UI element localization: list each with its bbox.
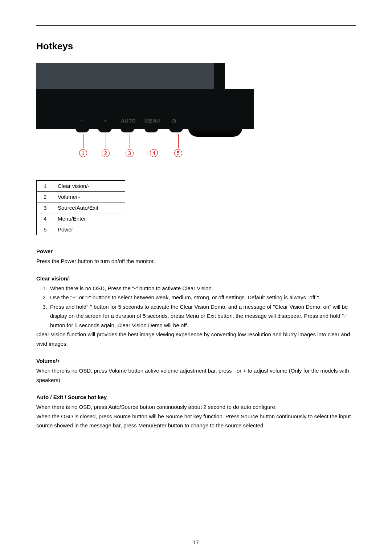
plus-label: + <box>104 118 107 124</box>
callout-line <box>83 134 83 148</box>
table-row: 1 Clear vision/- <box>37 181 125 192</box>
table-row: 2 Volume/+ <box>37 192 125 202</box>
callout-bubble: 2 <box>102 149 110 157</box>
page-number: 17 <box>0 539 392 545</box>
auto-exit-heading: Auto / Exit / Source hot key <box>36 394 356 400</box>
clear-vision-list: When there is no OSD, Press the "-" butt… <box>36 284 356 330</box>
callout-1: 1 <box>79 134 87 157</box>
table-row: 5 Power <box>37 224 125 235</box>
button-1 <box>75 128 89 132</box>
section-title: Hotkeys <box>36 41 356 52</box>
power-text: Press the Power button to turn on/off th… <box>36 257 356 266</box>
key-label: Menu/Enter <box>54 213 125 224</box>
callout-2: 2 <box>102 134 110 157</box>
button-2 <box>98 128 112 132</box>
list-item: Use the "+" or "-" buttons to select bet… <box>49 293 356 302</box>
auto-exit-section: Auto / Exit / Source hot key When there … <box>36 394 356 430</box>
front-panel: − + AUTO MENU <box>36 89 254 129</box>
callout-3: 3 <box>126 134 134 157</box>
clear-vision-footer: Clear Vision function will provides the … <box>36 330 356 348</box>
auto-label: AUTO <box>121 118 136 124</box>
key-index: 1 <box>37 181 54 192</box>
monitor-bezel <box>36 63 225 89</box>
key-index: 2 <box>37 192 54 202</box>
auto-exit-line1: When there is no OSD, press Auto/Source … <box>36 402 356 412</box>
volume-text: When there is no OSD, press Volume butto… <box>36 366 356 385</box>
clear-vision-heading: Clear vision/- <box>36 275 356 282</box>
callout-bubble: 5 <box>174 149 182 157</box>
callout-5: 5 <box>174 134 182 157</box>
table-row: 3 Source/Auto/Exit <box>37 202 125 213</box>
callout-line <box>130 134 130 148</box>
callout-line <box>106 134 106 148</box>
table-row: 4 Menu/Enter <box>37 213 125 224</box>
minus-label: − <box>80 118 83 124</box>
power-heading: Power <box>36 248 356 254</box>
key-label: Volume/+ <box>54 192 125 202</box>
power-icon-label <box>172 118 176 124</box>
clear-vision-section: Clear vision/- When there is no OSD, Pre… <box>36 275 356 349</box>
hotkey-diagram: − + AUTO MENU 1 2 <box>36 63 254 162</box>
power-section: Power Press the Power button to turn on/… <box>36 248 356 266</box>
bezel-edge <box>214 63 225 89</box>
button-5 <box>169 128 183 132</box>
auto-exit-line2: When the OSD is closed, press Source but… <box>36 412 356 430</box>
callout-line <box>154 134 154 148</box>
callout-4: 4 <box>150 134 158 157</box>
key-index: 4 <box>37 213 54 224</box>
key-label: Clear vision/- <box>54 181 125 192</box>
key-label: Power <box>54 224 125 235</box>
callouts: 1 2 3 4 5 <box>36 134 254 162</box>
key-label: Source/Auto/Exit <box>54 202 125 213</box>
page: Hotkeys − + AUTO MENU 1 <box>0 0 392 554</box>
volume-heading: Volume/+ <box>36 358 356 364</box>
hotkeys-table: 1 Clear vision/- 2 Volume/+ 3 Source/Aut… <box>36 180 125 235</box>
list-item: Press and hold"-" button for 5 seconds t… <box>49 302 356 330</box>
button-4 <box>144 128 158 132</box>
list-item: When there is no OSD, Press the "-" butt… <box>49 284 356 293</box>
key-index: 5 <box>37 224 54 235</box>
callout-line <box>178 134 179 148</box>
callout-bubble: 3 <box>126 149 134 157</box>
power-icon <box>172 119 176 123</box>
callout-bubble: 4 <box>150 149 158 157</box>
callout-bubble: 1 <box>79 149 87 157</box>
button-3 <box>121 128 134 132</box>
button-nubs <box>36 129 254 134</box>
volume-section: Volume/+ When there is no OSD, press Vol… <box>36 358 356 385</box>
key-index: 3 <box>37 202 54 213</box>
menu-label: MENU <box>144 118 160 124</box>
top-rule <box>36 25 356 26</box>
